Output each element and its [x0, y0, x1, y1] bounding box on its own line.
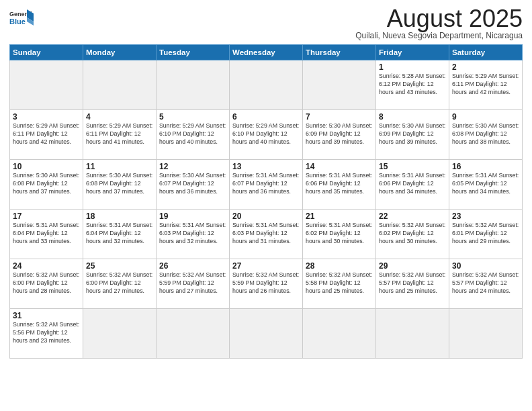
- day-cell: 25Sunrise: 5:32 AM Sunset: 6:00 PM Dayli…: [83, 259, 157, 309]
- day-info: Sunrise: 5:30 AM Sunset: 6:09 PM Dayligh…: [306, 122, 373, 146]
- day-info: Sunrise: 5:32 AM Sunset: 6:00 PM Dayligh…: [86, 271, 153, 295]
- day-cell: 31Sunrise: 5:32 AM Sunset: 5:56 PM Dayli…: [10, 309, 83, 359]
- day-info: Sunrise: 5:32 AM Sunset: 5:59 PM Dayligh…: [159, 271, 226, 295]
- calendar-table: SundayMondayTuesdayWednesdayThursdayFrid…: [9, 44, 523, 359]
- day-number: 24: [13, 261, 80, 271]
- week-row-2: 3Sunrise: 5:29 AM Sunset: 6:11 PM Daylig…: [10, 110, 523, 160]
- day-info: Sunrise: 5:31 AM Sunset: 6:06 PM Dayligh…: [379, 172, 446, 196]
- day-cell: [303, 309, 376, 359]
- week-row-5: 24Sunrise: 5:32 AM Sunset: 6:00 PM Dayli…: [10, 259, 523, 309]
- page: General Blue August 2025 Quilali, Nueva …: [0, 0, 532, 363]
- day-info: Sunrise: 5:32 AM Sunset: 5:58 PM Dayligh…: [306, 271, 373, 295]
- day-info: Sunrise: 5:30 AM Sunset: 6:07 PM Dayligh…: [159, 172, 226, 196]
- day-info: Sunrise: 5:32 AM Sunset: 6:02 PM Dayligh…: [379, 222, 446, 246]
- day-info: Sunrise: 5:31 AM Sunset: 6:05 PM Dayligh…: [452, 172, 519, 196]
- header: General Blue August 2025 Quilali, Nueva …: [9, 7, 523, 40]
- location-subtitle: Quilali, Nueva Segovia Department, Nicar…: [355, 31, 523, 40]
- day-cell: [83, 309, 157, 359]
- day-info: Sunrise: 5:31 AM Sunset: 6:04 PM Dayligh…: [13, 222, 80, 246]
- day-number: 5: [159, 112, 226, 122]
- weekday-header-wednesday: Wednesday: [230, 45, 303, 60]
- day-cell: 26Sunrise: 5:32 AM Sunset: 5:59 PM Dayli…: [157, 259, 230, 309]
- day-cell: 10Sunrise: 5:30 AM Sunset: 6:08 PM Dayli…: [10, 160, 83, 210]
- day-cell: 24Sunrise: 5:32 AM Sunset: 6:00 PM Dayli…: [10, 259, 83, 309]
- day-number: 26: [159, 261, 226, 271]
- day-info: Sunrise: 5:29 AM Sunset: 6:11 PM Dayligh…: [86, 122, 153, 146]
- day-cell: [303, 60, 376, 110]
- day-cell: [230, 60, 303, 110]
- day-number: 17: [13, 212, 80, 221]
- month-title: August 2025: [355, 7, 523, 31]
- day-number: 7: [306, 112, 373, 122]
- day-info: Sunrise: 5:29 AM Sunset: 6:11 PM Dayligh…: [13, 122, 80, 146]
- day-info: Sunrise: 5:32 AM Sunset: 5:56 PM Dayligh…: [13, 321, 80, 345]
- day-cell: 4Sunrise: 5:29 AM Sunset: 6:11 PM Daylig…: [83, 110, 157, 160]
- day-info: Sunrise: 5:29 AM Sunset: 6:11 PM Dayligh…: [452, 73, 519, 97]
- day-number: 2: [452, 62, 519, 72]
- day-cell: 29Sunrise: 5:32 AM Sunset: 5:57 PM Dayli…: [376, 259, 449, 309]
- day-number: 20: [232, 212, 300, 221]
- day-number: 13: [232, 162, 300, 171]
- day-number: 21: [306, 212, 373, 221]
- day-number: 14: [306, 162, 373, 171]
- day-cell: [449, 309, 523, 359]
- day-number: 28: [306, 261, 373, 271]
- day-number: 10: [13, 162, 80, 171]
- weekday-header-thursday: Thursday: [303, 45, 376, 60]
- day-info: Sunrise: 5:29 AM Sunset: 6:10 PM Dayligh…: [159, 122, 226, 146]
- svg-text:Blue: Blue: [9, 17, 26, 26]
- week-row-1: 1Sunrise: 5:28 AM Sunset: 6:12 PM Daylig…: [10, 60, 523, 110]
- day-number: 4: [86, 112, 153, 122]
- day-cell: 12Sunrise: 5:30 AM Sunset: 6:07 PM Dayli…: [157, 160, 230, 210]
- day-cell: 14Sunrise: 5:31 AM Sunset: 6:06 PM Dayli…: [303, 160, 376, 210]
- day-cell: 9Sunrise: 5:30 AM Sunset: 6:08 PM Daylig…: [449, 110, 523, 160]
- day-number: 25: [86, 261, 153, 271]
- weekday-header-monday: Monday: [83, 45, 157, 60]
- day-number: 1: [379, 62, 446, 72]
- week-row-3: 10Sunrise: 5:30 AM Sunset: 6:08 PM Dayli…: [10, 160, 523, 210]
- day-number: 19: [159, 212, 226, 221]
- day-cell: 19Sunrise: 5:31 AM Sunset: 6:03 PM Dayli…: [157, 210, 230, 259]
- generalblue-logo-icon: General Blue: [9, 7, 34, 31]
- day-info: Sunrise: 5:31 AM Sunset: 6:02 PM Dayligh…: [306, 222, 373, 246]
- day-info: Sunrise: 5:32 AM Sunset: 6:01 PM Dayligh…: [452, 222, 519, 246]
- day-number: 30: [452, 261, 519, 271]
- day-number: 31: [13, 311, 80, 320]
- day-cell: 13Sunrise: 5:31 AM Sunset: 6:07 PM Dayli…: [230, 160, 303, 210]
- day-cell: [157, 309, 230, 359]
- weekday-header-sunday: Sunday: [10, 45, 83, 60]
- day-cell: 17Sunrise: 5:31 AM Sunset: 6:04 PM Dayli…: [10, 210, 83, 259]
- day-cell: 11Sunrise: 5:30 AM Sunset: 6:08 PM Dayli…: [83, 160, 157, 210]
- day-cell: 1Sunrise: 5:28 AM Sunset: 6:12 PM Daylig…: [376, 60, 449, 110]
- day-cell: 8Sunrise: 5:30 AM Sunset: 6:09 PM Daylig…: [376, 110, 449, 160]
- day-number: 11: [86, 162, 153, 171]
- day-info: Sunrise: 5:30 AM Sunset: 6:09 PM Dayligh…: [379, 122, 446, 146]
- day-cell: 23Sunrise: 5:32 AM Sunset: 6:01 PM Dayli…: [449, 210, 523, 259]
- weekday-header-friday: Friday: [376, 45, 449, 60]
- day-info: Sunrise: 5:32 AM Sunset: 5:59 PM Dayligh…: [232, 271, 300, 295]
- day-number: 8: [379, 112, 446, 122]
- day-cell: [83, 60, 157, 110]
- day-cell: 15Sunrise: 5:31 AM Sunset: 6:06 PM Dayli…: [376, 160, 449, 210]
- day-info: Sunrise: 5:31 AM Sunset: 6:07 PM Dayligh…: [232, 172, 300, 196]
- day-info: Sunrise: 5:32 AM Sunset: 5:57 PM Dayligh…: [379, 271, 446, 295]
- day-number: 9: [452, 112, 519, 122]
- day-info: Sunrise: 5:30 AM Sunset: 6:08 PM Dayligh…: [13, 172, 80, 196]
- day-cell: [10, 60, 83, 110]
- day-number: 12: [159, 162, 226, 171]
- day-cell: 22Sunrise: 5:32 AM Sunset: 6:02 PM Dayli…: [376, 210, 449, 259]
- day-info: Sunrise: 5:32 AM Sunset: 6:00 PM Dayligh…: [13, 271, 80, 295]
- day-number: 16: [452, 162, 519, 171]
- day-number: 18: [86, 212, 153, 221]
- day-cell: 5Sunrise: 5:29 AM Sunset: 6:10 PM Daylig…: [157, 110, 230, 160]
- day-info: Sunrise: 5:30 AM Sunset: 6:08 PM Dayligh…: [86, 172, 153, 196]
- day-number: 6: [232, 112, 300, 122]
- day-number: 29: [379, 261, 446, 271]
- day-cell: 18Sunrise: 5:31 AM Sunset: 6:04 PM Dayli…: [83, 210, 157, 259]
- day-info: Sunrise: 5:30 AM Sunset: 6:08 PM Dayligh…: [452, 122, 519, 146]
- day-cell: 28Sunrise: 5:32 AM Sunset: 5:58 PM Dayli…: [303, 259, 376, 309]
- day-cell: 21Sunrise: 5:31 AM Sunset: 6:02 PM Dayli…: [303, 210, 376, 259]
- day-number: 22: [379, 212, 446, 221]
- day-cell: 30Sunrise: 5:32 AM Sunset: 5:57 PM Dayli…: [449, 259, 523, 309]
- day-info: Sunrise: 5:32 AM Sunset: 5:57 PM Dayligh…: [452, 271, 519, 295]
